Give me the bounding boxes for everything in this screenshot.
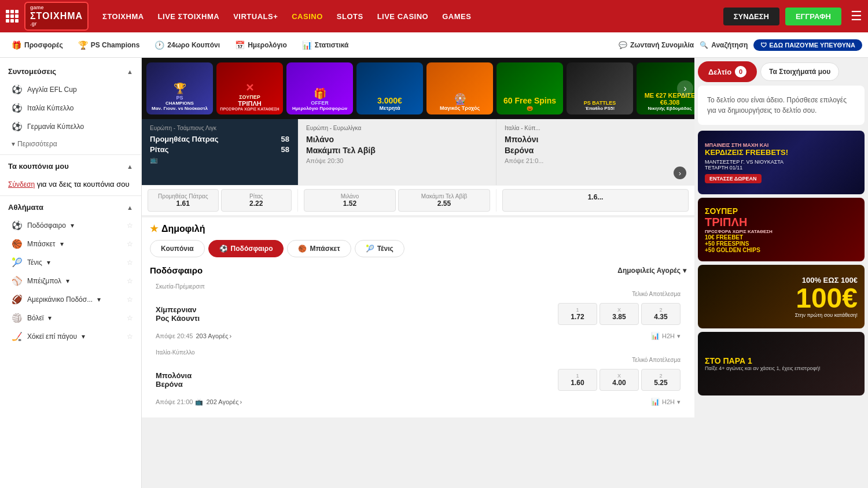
tab-football[interactable]: ⚽ Ποδόσφαιρο [208, 240, 284, 257]
am-football-fav-icon[interactable]: ☆ [127, 295, 133, 304]
live-odd-3a[interactable]: 1.6... [502, 189, 689, 212]
calendar-nav-item[interactable]: 📅 Ημερολόγιο [229, 38, 293, 52]
live-odd-3a-value: 1.6... [505, 193, 686, 201]
promo-card-ps-champions[interactable]: 🏆 PS CHAMPIONS Μαν. Γιουν. vs Νιούκαστλ [146, 62, 213, 114]
promo-card-counter[interactable]: 3.000€ Μετρητά [356, 62, 423, 114]
live-odd-2b-value: 2.55 [401, 199, 487, 208]
nav-casino[interactable]: CASINO [292, 12, 323, 21]
nav-live-casino[interactable]: LIVE CASINO [377, 12, 429, 21]
sidebar-item-tennis[interactable]: 🎾 Τένις ▾ ☆ [0, 253, 141, 272]
responsible-gaming-button[interactable]: 🛡 ΕΔΩ ΠΑΙΖΟΥΜΕ ΥΠΕΥΘΥΝΑ [753, 39, 862, 51]
sidebar-item-germany[interactable]: ⚽ Γερμανία Κύπελλο [0, 117, 141, 136]
promo-card-super-triple[interactable]: ✕ ΣΟΥΠΕΡ ΤΡΙΠΛΗ ΠΡΟΣΦΟΡΑ ΧΩΡΙΣ ΚΑΤΑΘΕΣΗ [216, 62, 283, 114]
live-odd-1a[interactable]: Προμηθέας Πάτρας 1.61 [148, 189, 219, 212]
match1-h2h[interactable]: 📊 H2H ▾ [651, 332, 681, 340]
logo[interactable]: game ΣΤΟΙΧΗΜΑ .gr [24, 2, 89, 30]
match2-odd-x[interactable]: X 4.00 [599, 369, 639, 391]
tab-basketball-label: Μπάσκετ [310, 245, 340, 253]
live-team-row-3a: Μπολόνι [505, 135, 686, 144]
promo-banner-super-triple[interactable]: ΣΟΥΠΕΡ ΤΡΙΠΛΗ ΠΡΟΣΦΟΡΑ ΧΩΡΙΣ ΚΑΤΑΘΕΣΗ 10… [698, 198, 865, 261]
grid-menu-icon[interactable] [6, 10, 19, 23]
match1-odd-2[interactable]: 2 4.35 [641, 303, 681, 325]
banner4-line2: Παίξε 4+ αγώνες και αν χάσεις 1, έχεις ε… [705, 365, 858, 371]
promo-card-magic-wheel[interactable]: 🎡 Μαγικός Τροχός [426, 62, 493, 114]
tennis-fav-icon[interactable]: ☆ [127, 258, 133, 267]
nav-virtuals[interactable]: VIRTUALS+ [233, 12, 278, 21]
hamburger-icon[interactable]: ☰ [851, 9, 862, 24]
nav-stoixima[interactable]: ΣΤΟΙΧΗΜΑ [102, 12, 144, 21]
sidebar-item-baseball[interactable]: ⚾ Μπέιζμπολ ▾ ☆ [0, 272, 141, 290]
sidebar-item-italy[interactable]: ⚽ Ιταλία Κύπελλο [0, 99, 141, 117]
football-icon-2: ⚽ [12, 103, 23, 113]
ps-champions-nav-item[interactable]: 🏆 PS Champions [72, 38, 146, 52]
live-chat-button[interactable]: 💬 Ζωντανή Συνομιλία [619, 41, 694, 49]
search-button[interactable]: 🔍 Αναζήτηση [700, 41, 748, 49]
promo-banner-ps-champions[interactable]: ΜΠΑΙΝΕΙΣ ΣΤΗ ΜΑΧΗ ΚΑΙ ΚΕΡΔΙΖΕΙΣ FREEBETS… [698, 131, 865, 194]
live-match-card-2[interactable]: Ευρώπη - Ευρωλίγκα Μιλάνο Μακάμπι Τελ Αβ… [298, 119, 496, 185]
tab-coupons[interactable]: Κουπόνια [150, 240, 205, 257]
promo-card-free-spins[interactable]: 60 Free Spins 🎃 [496, 62, 563, 114]
live-odd-1b[interactable]: Ρίτας 2.22 [221, 189, 292, 212]
baseball-fav-icon[interactable]: ☆ [127, 277, 133, 285]
promo-card-battles[interactable]: PS BATTLES Έπαθλο PS5! [567, 62, 633, 114]
hockey-fav-icon[interactable]: ☆ [127, 332, 133, 341]
live-next-button[interactable]: › [674, 167, 686, 179]
nav-games[interactable]: GAMES [442, 12, 471, 21]
coupons-login-link[interactable]: Σύνδεση [8, 180, 35, 188]
betslip-count: 0 [735, 66, 746, 77]
sidebar-item-hockey[interactable]: 🏒 Χόκεϊ επί πάγου ▾ ☆ [0, 327, 141, 346]
live-odd-2a[interactable]: Μιλάνο 1.52 [304, 189, 396, 212]
banner2-line5: +50 FREESPINS [705, 241, 858, 247]
prosfores-nav-item[interactable]: 🎁 Προσφορές [6, 38, 69, 52]
match2-h2h[interactable]: 📊 H2H ▾ [651, 398, 681, 406]
live-team3: Μιλάνο [306, 135, 334, 144]
promo-banner-para1[interactable]: ΣΤΟ ΠΑΡΑ 1 Παίξε 4+ αγώνες και αν χάσεις… [698, 332, 865, 395]
sidebar-item-american-football[interactable]: 🏈 Αμερικάνικο Ποδόσ... ▾ ☆ [0, 290, 141, 309]
tab-tennis[interactable]: 🎾 Τένις [355, 240, 404, 257]
statistics-nav-item[interactable]: 📊 Στατιστικά [296, 38, 355, 52]
top-nav: game ΣΤΟΙΧΗΜΑ .gr ΣΤΟΙΧΗΜΑ LIVE ΣΤΟΙΧΗΜΑ… [0, 0, 868, 32]
match2-odd-1[interactable]: 1 1.60 [558, 369, 597, 391]
my-bets-button[interactable]: Τα Στοιχήματά μου [760, 62, 839, 81]
sidebar-item-basketball[interactable]: 🏀 Μπάσκετ ▾ ☆ [0, 235, 141, 253]
match2-odd1-value: 1.60 [571, 379, 584, 387]
tennis-sport-icon: 🎾 [12, 257, 23, 268]
popular-markets-dropdown[interactable]: Δημοφιλείς Αγορές ▾ [617, 267, 686, 275]
divider-1 [0, 154, 141, 155]
sports-header[interactable]: Αθλήματα ▲ [0, 198, 141, 216]
live-match-card-1[interactable]: Ευρώπη - Τσάμπιονς Λιγκ Προμηθέας Πάτρας… [142, 119, 298, 185]
live-odd-2b[interactable]: Μακάμπι Τελ Αβίβ 2.55 [398, 189, 490, 212]
volleyball-fav-icon[interactable]: ☆ [127, 314, 133, 322]
sidebar-item-football[interactable]: ⚽ Ποδόσφαιρο ▾ ☆ [0, 216, 141, 235]
shortcuts-header[interactable]: Συντομεύσεις ▲ [0, 62, 141, 80]
promo-banner-deposit[interactable]: 100% ΕΩΣ 100€ 100€ Στην πρώτη σου κατάθε… [698, 265, 865, 328]
tab-basketball[interactable]: 🏀 Μπάσκετ [287, 240, 351, 257]
live-match-card-3[interactable]: Ιταλία - Κύπ... Μπολόνι Βερόνα Απόψε 21:… [496, 119, 694, 185]
match2-odd-2[interactable]: 2 5.25 [641, 369, 681, 391]
nav-live-stoixima[interactable]: LIVE ΣΤΟΙΧΗΜΑ [158, 12, 220, 21]
match1-odd-1[interactable]: 1 1.72 [558, 303, 597, 325]
match1-odd-x[interactable]: X 3.85 [599, 303, 639, 325]
login-button[interactable]: ΣΥΝΔΕΣΗ [723, 8, 779, 25]
basketball-fav-icon[interactable]: ☆ [127, 240, 133, 248]
register-button[interactable]: ΕΓΓΡΑΦΗ [785, 8, 841, 25]
nav-slots[interactable]: SLOTS [337, 12, 363, 21]
promo-card-offer[interactable]: 🎁 OFFER Ημερολόγιο Προσφορών [286, 62, 353, 114]
live-odd-1a-value: 1.61 [150, 199, 216, 208]
football-fav-icon[interactable]: ☆ [127, 221, 133, 230]
sport-section-football: Ποδόσφαιρο Δημοφιλείς Αγορές ▾ Σκωτία-Πρ… [150, 265, 686, 409]
shortcuts-chevron: ▲ [127, 68, 133, 75]
match1-markets[interactable]: 203 Αγορές › [193, 332, 231, 339]
shortcuts-more[interactable]: ▾ Περισσότερα [0, 136, 141, 152]
sidebar-item-volleyball[interactable]: 🏐 Βόλεϊ ▾ ☆ [0, 309, 141, 327]
match2-markets[interactable]: 202 Αγορές › [203, 398, 242, 405]
banner1-cta[interactable]: ΕΝΤΑΣΣΕ ΔΩΡΕΑΝ [705, 174, 762, 183]
coupon-nav-item[interactable]: 🕐 24ωρο Κουπόνι [149, 38, 226, 52]
live-score2: 58 [281, 145, 289, 154]
live-team1: Προμηθέας Πάτρας [150, 135, 219, 143]
match1-oddx-label: X [602, 307, 636, 313]
coupons-header[interactable]: Τα κουπόνια μου ▲ [0, 157, 141, 175]
sidebar-item-england[interactable]: ⚽ Αγγλία EFL Cup [0, 80, 141, 99]
betslip-button[interactable]: Δελτίο 0 [698, 61, 757, 82]
promo-cards-next-button[interactable]: › [677, 80, 693, 97]
